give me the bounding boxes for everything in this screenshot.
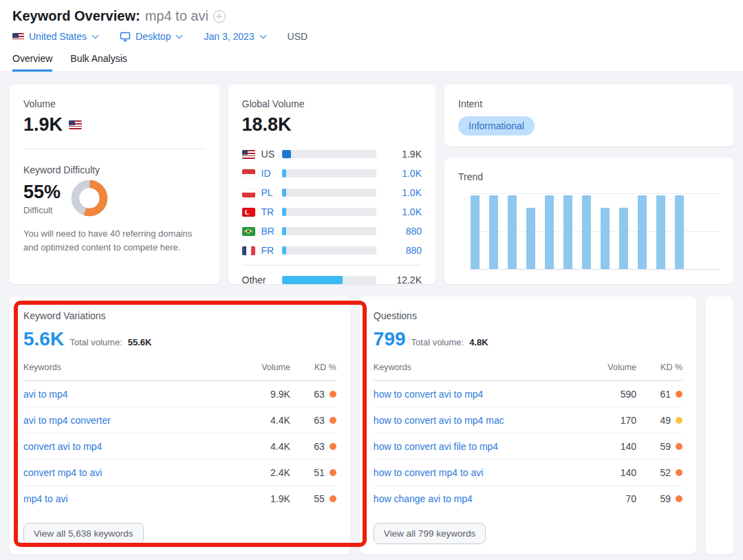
questions-card: Questions 799 Total volume: 4.8K Keyword… xyxy=(360,297,696,554)
country-link[interactable]: TR xyxy=(261,206,282,217)
kd-dot xyxy=(330,417,336,424)
keyword-link[interactable]: convert mp4 to avi xyxy=(23,467,249,478)
keyword-link[interactable]: convert avi to mp4 xyxy=(23,441,249,452)
view-all-questions-button[interactable]: View all 799 keywords xyxy=(374,523,486,544)
keyword-link[interactable]: how change avi to mp4 xyxy=(374,493,595,504)
volume-card: Volume 1.9K Keyword Difficulty 55% Diffi… xyxy=(10,85,219,284)
device-selector[interactable]: Desktop xyxy=(120,31,182,42)
tab-bulk-analysis[interactable]: Bulk Analysis xyxy=(70,53,127,72)
right-column: Intent Informational Trend xyxy=(444,85,733,284)
trend-chart xyxy=(469,193,720,270)
keyword-variations-table: Keywords Volume KD % avi to mp49.9K63avi… xyxy=(23,363,336,511)
kd-value: 59 xyxy=(660,493,671,504)
keyword-link[interactable]: how to convert avi to mp4 mac xyxy=(374,415,595,426)
country-selector[interactable]: United States xyxy=(12,31,98,42)
kd-dot xyxy=(330,391,336,398)
plus-circle-icon[interactable] xyxy=(213,10,226,23)
keyword-volume: 140 xyxy=(595,441,636,452)
table-row: avi to mp4 converter4.4K63 xyxy=(23,407,336,433)
keyword-kd: 59 xyxy=(636,493,682,504)
country-link[interactable]: PL xyxy=(261,187,282,198)
country-link[interactable]: BR xyxy=(261,226,282,237)
topbar: Keyword Overview: mp4 to avi United Stat… xyxy=(0,0,743,72)
us-flag-icon xyxy=(242,150,255,159)
keyword-difficulty-label: Keyword Difficulty xyxy=(23,164,206,175)
trend-bars xyxy=(471,193,684,269)
total-volume-value: 4.8K xyxy=(469,337,488,347)
kd-dot xyxy=(330,495,336,502)
id-flag-icon xyxy=(242,169,255,178)
table-row: how to convert avi to mp459061 xyxy=(374,381,682,407)
keyword-link[interactable]: mp4 to avi xyxy=(23,493,249,504)
global-volume-label: Global Volume xyxy=(242,98,422,109)
kd-value: 61 xyxy=(660,389,671,400)
trend-bar xyxy=(619,208,628,269)
volume-value: 880 xyxy=(383,245,422,256)
kd-value: 52 xyxy=(660,467,671,478)
br-flag-icon xyxy=(242,227,255,236)
tabs: Overview Bulk Analysis xyxy=(12,53,731,72)
page-title-label: Keyword Overview: xyxy=(12,8,140,24)
keyword-kd: 63 xyxy=(290,389,336,400)
country-row: FR880 xyxy=(242,241,422,260)
main-content: Volume 1.9K Keyword Difficulty 55% Diffi… xyxy=(0,72,743,560)
country-link: US xyxy=(261,149,282,160)
volume-bar xyxy=(282,246,376,255)
metrics-row: Volume 1.9K Keyword Difficulty 55% Diffi… xyxy=(10,85,733,284)
keyword-difficulty-value: 55% xyxy=(23,182,61,203)
title-row: Keyword Overview: mp4 to avi xyxy=(12,8,731,24)
table-row: how change avi to mp47059 xyxy=(374,486,682,511)
keyword-variations-label: Keyword Variations xyxy=(23,310,336,321)
kd-value: 63 xyxy=(314,415,325,426)
partial-card xyxy=(706,297,733,554)
intent-label: Intent xyxy=(458,98,720,109)
tab-overview[interactable]: Overview xyxy=(12,53,52,72)
keyword-kd: 51 xyxy=(290,467,336,478)
us-flag-icon xyxy=(12,33,24,41)
kd-value: 63 xyxy=(314,441,325,452)
country-row: US1.9K xyxy=(242,144,422,164)
fr-flag-icon xyxy=(242,246,255,255)
intent-badge[interactable]: Informational xyxy=(458,116,535,136)
keyword-difficulty-level: Difficult xyxy=(23,205,61,215)
chevron-down-icon xyxy=(92,32,99,39)
trend-card: Trend xyxy=(444,158,733,284)
keyword-link[interactable]: how to convert mp4 to avi xyxy=(374,467,595,478)
keyword-volume: 1.9K xyxy=(249,493,290,504)
table-body: how to convert avi to mp459061how to con… xyxy=(374,381,682,511)
date-selector[interactable]: Jan 3, 2023 xyxy=(204,31,265,42)
volume-value: 880 xyxy=(383,226,422,237)
trend-bar xyxy=(601,208,610,269)
keyword-link[interactable]: avi to mp4 xyxy=(23,389,249,400)
questions-label: Questions xyxy=(374,310,682,321)
keyword-volume: 70 xyxy=(595,493,636,504)
view-all-variations-button[interactable]: View all 5,638 keywords xyxy=(23,523,144,544)
currency-label: USD xyxy=(288,31,308,42)
trend-bar xyxy=(675,195,684,269)
keyword-volume: 170 xyxy=(595,415,636,426)
country-link[interactable]: FR xyxy=(261,245,282,256)
keyword-link[interactable]: avi to mp4 converter xyxy=(23,415,249,426)
column-header-kd: KD % xyxy=(290,363,336,372)
volume-bar-fill xyxy=(282,150,292,158)
trend-bar xyxy=(656,195,665,269)
keyword-link[interactable]: how to convert avi to mp4 xyxy=(374,389,595,400)
table-header: Keywords Volume KD % xyxy=(23,363,336,381)
questions-summary: 799 Total volume: 4.8K xyxy=(374,328,682,350)
trend-bar xyxy=(471,195,480,269)
global-volume-rows: US1.9KID1.0KPL1.0KTR1.0KBR880FR880Other1… xyxy=(242,144,422,290)
total-volume-value: 55.6K xyxy=(128,337,152,347)
country-link[interactable]: ID xyxy=(261,168,282,179)
device-selector-label: Desktop xyxy=(136,31,171,42)
volume-value-row: 1.9K xyxy=(23,114,206,136)
volume-bar xyxy=(282,208,376,216)
questions-count: 799 xyxy=(374,328,406,350)
keyword-volume: 4.4K xyxy=(249,415,290,426)
keyword-volume: 4.4K xyxy=(249,441,290,452)
divider xyxy=(23,149,206,149)
kd-dot xyxy=(676,443,682,450)
trend-label: Trend xyxy=(458,171,720,182)
keyword-link[interactable]: how to convert avi file to mp4 xyxy=(374,441,595,452)
column-header-keywords: Keywords xyxy=(23,363,249,372)
keyword-difficulty-donut xyxy=(71,180,108,217)
